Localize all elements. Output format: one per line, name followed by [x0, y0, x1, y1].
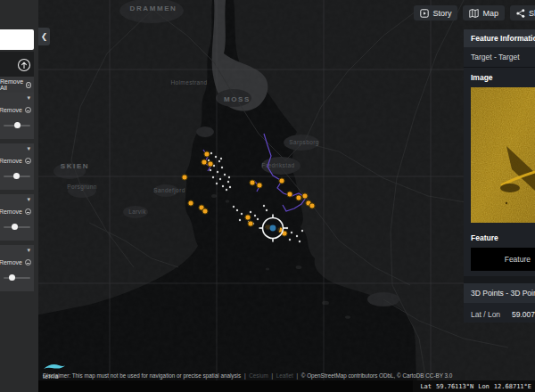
map-label: Sandefjord — [153, 187, 185, 194]
map-label: Sarpsborg — [289, 139, 319, 146]
target-marker[interactable] — [245, 215, 251, 220]
opacity-slider[interactable] — [4, 277, 30, 279]
feature-heading[interactable]: Target - Target — [464, 47, 535, 68]
target-marker[interactable] — [202, 159, 207, 165]
target-marker[interactable] — [208, 161, 213, 167]
workbench-item: ▾Remove — [0, 194, 34, 241]
remove-label: Remove — [0, 158, 22, 164]
map-icon — [469, 9, 479, 18]
lat-value: 59.76113°N — [436, 383, 473, 390]
chevron-down-icon[interactable]: ▾ — [27, 145, 30, 151]
panel-divider — [464, 276, 535, 283]
feature-info-title: Feature Information — [464, 29, 535, 47]
story-button[interactable]: Story — [414, 5, 457, 20]
feature-info-panel: Feature Information Target - Target Imag… — [464, 29, 535, 323]
remove-button[interactable]: Remove — [0, 208, 31, 215]
remove-circle-icon — [26, 82, 31, 88]
target-marker[interactable] — [204, 151, 210, 157]
remove-circle-icon — [25, 158, 31, 164]
remove-label: Remove — [0, 259, 22, 265]
remove-label: Remove — [0, 107, 22, 113]
remove-all-button[interactable]: Remove All — [0, 77, 34, 93]
lon-value: 12.68711°E — [494, 383, 531, 390]
remove-button[interactable]: Remove — [0, 158, 31, 164]
map-label: SKIEN — [61, 162, 89, 170]
map-texture — [38, 0, 535, 392]
slider-handle[interactable] — [12, 224, 18, 230]
remove-all-label: Remove All — [0, 78, 23, 91]
map-label: Holmestrand — [170, 79, 207, 86]
cursor-latlon-readout: Lat 59.76113°N Lon 12.68711°E — [413, 380, 535, 392]
attribution-text: © OpenStreetMap contributors ODbL, © Car… — [301, 372, 452, 379]
workbench-item: ▾Remove — [0, 245, 34, 291]
story-icon — [420, 9, 429, 18]
map-credits: Disclaimer: This map must not be used fo… — [43, 372, 452, 379]
credit-link[interactable]: Leaflet — [276, 372, 293, 379]
map-label: DRAMMEN — [130, 4, 177, 12]
target-marker[interactable] — [296, 195, 301, 200]
target-marker[interactable] — [248, 221, 253, 226]
story-label: Story — [432, 9, 451, 18]
latlon-label: Lat / Lon — [471, 310, 500, 319]
map-label: Map — [482, 9, 498, 18]
map-canvas[interactable]: DRAMMENMOSSSKIENHolmestrandSarpsborgFred… — [0, 0, 535, 392]
sonar-image — [471, 87, 535, 223]
share-label: Share — [529, 9, 535, 18]
slider-handle[interactable] — [14, 122, 21, 128]
chevron-down-icon[interactable]: ▾ — [27, 94, 30, 101]
search-input[interactable] — [0, 29, 34, 50]
target-marker[interactable] — [279, 178, 284, 184]
target-marker[interactable] — [257, 183, 262, 188]
remove-circle-icon — [25, 107, 31, 113]
remove-button[interactable]: Remove — [0, 107, 31, 113]
share-icon — [516, 9, 525, 18]
lon-label: Lon — [478, 383, 490, 390]
map-settings-button[interactable]: Map — [463, 5, 505, 20]
opacity-slider[interactable] — [4, 226, 30, 228]
map-label: MOSS — [224, 95, 251, 103]
collapse-sidebar-button[interactable]: ❮ — [38, 28, 50, 45]
latlon-row: Lat / Lon 59.007 — [464, 303, 535, 326]
top-menu-bar: Story Map Share — [414, 5, 535, 20]
points-heading[interactable]: 3D Points - 3D Points — [464, 283, 535, 303]
workbench-item: ▾Remove — [0, 93, 34, 139]
image-section-label: Image — [464, 68, 535, 87]
share-button[interactable]: Share — [510, 5, 535, 20]
remove-button[interactable]: Remove — [0, 259, 31, 265]
chevron-down-icon[interactable]: ▾ — [27, 196, 30, 202]
map-label: Porsgrunn — [67, 184, 97, 191]
opacity-slider[interactable] — [4, 176, 30, 177]
feature-button[interactable]: Feature — [471, 248, 535, 271]
remove-label: Remove — [0, 208, 22, 215]
target-marker[interactable] — [302, 193, 308, 199]
target-marker[interactable] — [309, 203, 315, 208]
target-marker[interactable] — [182, 175, 187, 180]
target-marker[interactable] — [188, 200, 193, 206]
disclaimer-text: Disclaimer: This map must not be used fo… — [43, 372, 241, 379]
workbench-sidebar: Remove All ▾Remove▾Remove▾Remove▾Remove — [0, 0, 38, 392]
chevron-down-icon[interactable]: ▾ — [27, 247, 30, 253]
upload-icon — [17, 58, 31, 72]
lat-label: Lat — [420, 383, 432, 390]
add-data-box[interactable] — [0, 52, 34, 78]
slider-handle[interactable] — [13, 173, 20, 179]
target-marker[interactable] — [250, 180, 255, 185]
map-label: Larvik — [128, 208, 146, 215]
app-window: DRAMMENMOSSSKIENHolmestrandSarpsborgFred… — [0, 0, 535, 392]
slider-handle[interactable] — [9, 274, 15, 281]
workbench-item: ▾Remove — [0, 143, 34, 190]
remove-circle-icon — [25, 208, 31, 215]
credit-link[interactable]: Cesium — [249, 372, 268, 379]
feature-section-label: Feature — [464, 228, 535, 248]
remove-circle-icon — [25, 259, 31, 265]
target-marker[interactable] — [202, 208, 208, 214]
terria-swoosh-icon — [43, 363, 66, 371]
map-label: Fredrikstad — [262, 162, 295, 168]
latlon-value: 59.007 — [512, 310, 535, 319]
target-marker[interactable] — [287, 192, 292, 197]
opacity-slider[interactable] — [4, 125, 30, 127]
